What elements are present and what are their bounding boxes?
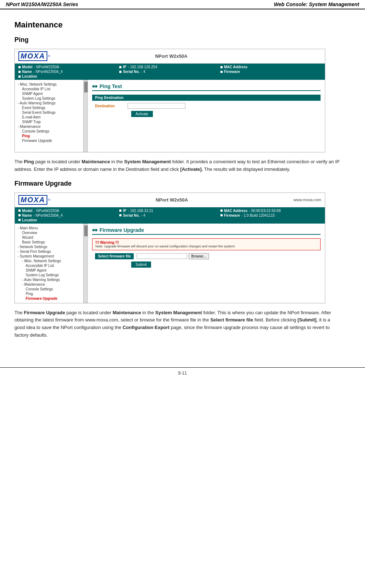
fw-sidebar-accessip[interactable]: Accessible IP List <box>15 263 83 268</box>
fw-info-col2: IP - 192.168.33.21 Serial No. - 4 <box>119 209 220 222</box>
ping-sidebar-autowarning[interactable]: - Auto Warning Settings <box>15 101 83 105</box>
fw-sidebar: - Main Menu Overview Wizard Basic Settin… <box>15 224 83 303</box>
ping-mac-item: MAC Address <box>220 65 321 69</box>
fw-sidebar-misc[interactable]: - Misc. Network Settings <box>15 259 83 263</box>
fw-file-input[interactable] <box>137 253 187 259</box>
ping-main-panel: ■■ Ping Test Ping Destination Destinatio… <box>88 80 325 152</box>
fw-sidebar-snmp[interactable]: SNMP Agent <box>15 268 83 273</box>
fw-sidebar-autowarning[interactable]: - Auto Warning Settings <box>15 277 83 282</box>
fw-browse-button[interactable]: Browse... <box>189 253 209 259</box>
fw-bold1: Firmware Upgrade <box>24 310 65 315</box>
ping-destination-input[interactable] <box>128 103 185 109</box>
fw-sidebar-ping[interactable]: Ping <box>15 291 83 296</box>
fw-panel-title: ■■ Firmware Upgrade <box>92 227 321 235</box>
fw-sidebar-maintenance[interactable]: - Maintenance <box>15 282 83 287</box>
ping-sidebar-maintenance[interactable]: - Maintenance <box>15 124 83 129</box>
ping-scroll-thumb <box>84 82 88 92</box>
page-footer: 8-11 <box>0 367 365 379</box>
header-right: Web Console: System Management <box>274 1 359 7</box>
ping-sidebar-firmware[interactable]: Firmware Upgrade <box>15 138 83 143</box>
moxa-logo-ping: MOXA® <box>18 51 50 61</box>
fw-sidebar-wizard[interactable]: Wizard <box>15 235 83 240</box>
ping-sidebar-console[interactable]: Console Settings <box>15 129 83 134</box>
ping-sidebar-snmp[interactable]: SNMP Agent <box>15 91 83 96</box>
main-content: Maintenance Ping MOXA® NPort W2x50A Mode… <box>0 9 365 353</box>
fw-sidebar-firmware[interactable]: Firmware Upgrade <box>15 296 83 301</box>
ping-sidebar-misc[interactable]: - Misc. Network Settings <box>15 82 83 87</box>
fw-ip-label: IP <box>123 209 126 213</box>
ping-bold2: Maintenance <box>82 159 110 164</box>
ping-device-title: NPort W2x50A <box>155 53 188 59</box>
fw-ip-item: IP - 192.168.33.21 <box>119 209 220 213</box>
fw-info-bar: Model - NPortW2250A Name - NPortW2250A_4… <box>15 207 325 224</box>
ping-title-icon: ■■ <box>92 84 98 89</box>
fw-warning-box: !!! Warning !!! Note: Upgrade firmware w… <box>92 238 321 250</box>
fw-sidebar-console[interactable]: Console Settings <box>15 287 83 291</box>
firmware-section-title: Firmware Upgrade <box>14 180 351 187</box>
ping-button-row: Activate <box>92 111 321 117</box>
fw-firmware-item: Firmware - 1.0 Build 12041115 <box>220 213 321 217</box>
fw-device-title: NPort W2x50A <box>156 197 188 203</box>
moxa-logo-fw: MOXA® <box>18 195 50 205</box>
fw-name-label: Name <box>22 213 32 217</box>
ping-model-item: Model - NPortW2250A <box>18 65 119 69</box>
fw-model-item: Model - NPortW2250A <box>18 209 119 213</box>
fw-sidebar-mainmenu[interactable]: - Main Menu <box>15 226 83 230</box>
fw-sidebar-basic[interactable]: Basic Settings <box>15 240 83 245</box>
ping-fw-item: Firmware <box>220 70 321 74</box>
ping-model-label: Model <box>22 65 33 69</box>
ping-sidebar-syslog[interactable]: System Log Settings <box>15 96 83 101</box>
ping-section-title: Ping <box>14 36 351 44</box>
fw-name-item: Name - NPortW2250A_4 <box>18 213 119 217</box>
ping-sidebar-ping[interactable]: Ping <box>15 134 83 138</box>
fw-serial-label: Serial No. <box>123 213 139 217</box>
ping-sidebar-accessip[interactable]: Accessible IP List <box>15 87 83 91</box>
fw-bold2: Maintenance <box>113 310 141 315</box>
ping-sidebar-snmptrap[interactable]: SNMP Trap <box>15 120 83 124</box>
ping-location-square <box>18 75 21 78</box>
page-title: Maintenance <box>14 20 351 30</box>
ping-sidebar: - Misc. Network Settings Accessible IP L… <box>15 80 83 152</box>
ping-panel-title: ■■ Ping Test <box>92 83 321 91</box>
fw-bold4: Select firmware file <box>210 317 253 323</box>
ping-activate-button[interactable]: Activate <box>131 111 153 117</box>
ping-sidebar-serial-event[interactable]: Serial Event Settings <box>15 110 83 115</box>
fw-mac-item: MAC Address - 00:90:E8:22:50:88 <box>220 209 321 213</box>
ping-ip-square <box>119 66 121 68</box>
fw-main-panel: ■■ Firmware Upgrade !!! Warning !!! Note… <box>88 224 325 303</box>
fw-title-icon: ■■ <box>92 228 98 233</box>
ping-scrollbar[interactable] <box>83 80 88 152</box>
fw-location-label: Location <box>22 218 37 222</box>
fw-serial-value: - 4 <box>141 213 145 217</box>
ping-sidebar-event[interactable]: Event Settings <box>15 105 83 110</box>
fw-serial-square <box>119 214 121 216</box>
fw-sidebar-network[interactable]: - Network Settings <box>15 245 83 249</box>
moxa-logo-text: MOXA <box>18 51 47 61</box>
fw-device-url: www.moxa.com <box>293 198 321 202</box>
ping-name-item: Name - NPortW2250A_4 <box>18 70 119 74</box>
ping-bold3: System Management <box>124 159 171 164</box>
ping-mac-label: MAC Address <box>224 65 248 69</box>
fw-bold5: [Submit] <box>297 317 317 323</box>
fw-sidebar-serial[interactable]: - Serial Port Settings <box>15 249 83 254</box>
ping-name-square <box>18 71 21 73</box>
ping-screenshot: MOXA® NPort W2x50A Model - NPortW2250A N… <box>14 49 325 152</box>
ping-serial-value: - 4 <box>141 70 145 74</box>
ping-device-header: MOXA® NPort W2x50A <box>15 49 325 64</box>
ping-sidebar-email[interactable]: E-mail Alert <box>15 115 83 120</box>
fw-registered-mark: ® <box>48 198 50 202</box>
fw-device-header: MOXA® NPort W2x50A www.moxa.com <box>15 193 325 207</box>
ping-serial-square <box>119 71 121 73</box>
fw-browse-row: Select firmware file Browse... <box>92 253 321 259</box>
ping-destination-label: Destination <box>95 104 128 108</box>
firmware-description: The Firmware Upgrade page is located und… <box>14 309 340 339</box>
fw-scrollbar[interactable] <box>83 224 88 303</box>
fw-sidebar-overview[interactable]: Overview <box>15 230 83 235</box>
fw-submit-button[interactable]: Submit <box>131 261 151 268</box>
fw-info-col1: Model - NPortW2250A Name - NPortW2250A_4… <box>18 209 119 222</box>
moxa-fw-logo-text: MOXA <box>18 195 47 205</box>
ping-info-col2: IP - 192.168.126.254 Serial No. - 4 <box>119 65 220 78</box>
ping-serial-item: Serial No. - 4 <box>119 70 220 74</box>
fw-sidebar-syslog[interactable]: System Log Settings <box>15 273 83 277</box>
fw-sidebar-sysmgmt[interactable]: - System Management <box>15 254 83 259</box>
